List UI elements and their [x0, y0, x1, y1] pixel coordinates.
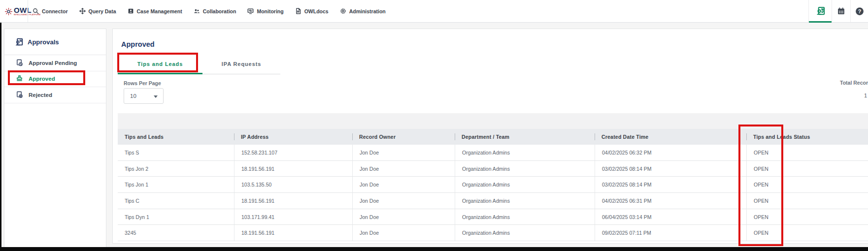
active-tool-underline — [809, 21, 832, 23]
logo-burst-icon — [4, 7, 13, 16]
top-navigation-bar: OWL INTELLIGENCE PLATFORM Connector Quer… — [0, 0, 868, 23]
table-cell: OPEN — [746, 177, 868, 192]
tips-and-leads-table: Tips and LeadsIP AddressRecord OwnerDepa… — [118, 113, 868, 241]
nav-label: Query Data — [89, 8, 116, 14]
page-title: Approved — [121, 40, 155, 48]
table-row[interactable]: 324518.191.56.191Jon DoeOrganization Adm… — [118, 225, 868, 241]
topbar-right-icons: ? — [808, 0, 868, 22]
table-column-header: Tips and Leads — [118, 129, 234, 145]
sidebar-item-rejected[interactable]: Rejected — [4, 87, 106, 103]
table-cell: 04/02/2025 06:31 PM — [595, 193, 746, 209]
table-cell: 18.191.56.191 — [234, 225, 352, 241]
table-cell: Jon Doe — [352, 145, 455, 160]
rows-per-page-value: 10 — [124, 93, 136, 99]
table-cell: 18.191.56.191 — [234, 161, 352, 177]
nav-item-administration[interactable]: Administration — [340, 8, 386, 14]
table-cell: Organization Admins — [455, 161, 595, 177]
calendar-button[interactable] — [832, 0, 850, 22]
approved-panel: Approved Tips and Leads IPA Requests Row… — [112, 29, 868, 244]
nav-label: Case Management — [137, 8, 182, 14]
table-cell: 3245 — [118, 225, 234, 241]
sidebar-header-approvals: Approvals — [4, 29, 106, 55]
table-cell: 03/02/2025 08:14 PM — [595, 177, 746, 192]
nav-item-case-management[interactable]: Case Management — [128, 8, 182, 14]
badge-icon — [128, 8, 134, 14]
nav-item-collaboration[interactable]: Collaboration — [194, 8, 236, 14]
table-cell: Organization Admins — [455, 145, 595, 160]
nav-item-monitoring[interactable]: Monitoring — [247, 8, 283, 14]
table-cell: OPEN — [746, 209, 868, 225]
divider — [28, 0, 28, 22]
table-cell: 09/02/2025 07:11 PM — [595, 225, 746, 241]
table-row[interactable]: Tips S152.58.231.107Jon DoeOrganization … — [118, 145, 868, 161]
monitor-icon — [247, 8, 254, 14]
search-icon — [33, 8, 39, 14]
table-row[interactable]: Tips C18.191.56.191Jon DoeOrganization A… — [118, 193, 868, 209]
table-row[interactable]: Tips Jon 218.191.56.191Jon DoeOrganizati… — [118, 161, 868, 177]
move-icon — [79, 8, 86, 14]
gear-icon — [340, 8, 346, 14]
table-cell: OPEN — [746, 225, 868, 241]
table-cell: OPEN — [746, 193, 868, 209]
nav-item-owldocs[interactable]: OWLdocs — [295, 8, 329, 14]
table-cell: Jon Doe — [352, 209, 455, 225]
table-cell: 06/04/2025 03:14 PM — [595, 209, 746, 225]
help-button[interactable]: ? — [850, 0, 868, 22]
stamp-icon — [16, 75, 24, 83]
sidebar-item-approval-pending[interactable]: Approval Pending — [4, 55, 106, 71]
approvals-icon — [15, 38, 23, 46]
left-edge-bar — [0, 23, 1, 251]
nav-item-query-data[interactable]: Query Data — [79, 8, 116, 14]
table-cell: Tips C — [118, 193, 234, 209]
approvals-toolbar-button[interactable] — [808, 0, 832, 22]
sidebar-item-label: Approved — [29, 76, 55, 82]
table-cell: Tips Jon 2 — [118, 161, 234, 177]
table-header-row: Tips and LeadsIP AddressRecord OwnerDepa… — [118, 129, 868, 145]
table-cell: Jon Doe — [352, 161, 455, 177]
bottom-edge-bar — [0, 247, 868, 251]
sidebar-item-approved[interactable]: Approved — [4, 71, 106, 88]
table-row[interactable]: Tips Jon 1103.5.135.50Jon DoeOrganizatio… — [118, 177, 868, 193]
pending-doc-icon — [16, 59, 24, 67]
help-icon: ? — [855, 7, 864, 16]
document-icon — [295, 8, 301, 14]
table-row[interactable]: Tips Dyn 1103.171.99.41Jon DoeOrganizati… — [118, 209, 868, 225]
table-cell: Tips Dyn 1 — [118, 209, 234, 225]
tab-bar: Tips and Leads IPA Requests — [118, 53, 280, 74]
nav-label: Connector — [42, 8, 68, 14]
table-cell: 04/02/2025 06:32 PM — [595, 145, 746, 160]
main-menu: Connector Query Data Case Management Col… — [33, 0, 386, 22]
nav-label: Administration — [349, 8, 386, 14]
table-cell: 103.5.135.50 — [234, 177, 352, 192]
tab-tips-and-leads[interactable]: Tips and Leads — [118, 53, 202, 74]
table-cell: Jon Doe — [352, 193, 455, 209]
rows-per-page-select[interactable]: 10 — [124, 88, 164, 104]
table-cell: Organization Admins — [455, 193, 595, 209]
rejected-doc-icon — [16, 91, 24, 99]
svg-text:?: ? — [858, 8, 861, 14]
table-column-header: Department / Team — [455, 129, 595, 145]
nav-item-connector[interactable]: Connector — [33, 8, 68, 14]
table-cell: Jon Doe — [352, 177, 455, 192]
sidebar-title: Approvals — [28, 38, 59, 46]
tab-ipa-requests[interactable]: IPA Requests — [202, 53, 280, 74]
people-icon — [194, 8, 200, 14]
table-column-header: Created Date Time — [595, 129, 746, 145]
nav-label: OWLdocs — [304, 8, 329, 14]
approvals-icon — [816, 6, 825, 16]
table-column-header: Tips and Leads Status — [746, 129, 868, 145]
sidebar-item-label: Rejected — [29, 92, 52, 98]
table-cell: OPEN — [746, 145, 868, 160]
nav-label: Monitoring — [257, 8, 283, 14]
table-cell: Organization Admins — [455, 209, 595, 225]
nav-label: Collaboration — [203, 8, 236, 14]
table-cell: 03/02/2025 08:14 PM — [595, 161, 746, 177]
table-cell: OPEN — [746, 161, 868, 177]
table-cell: Organization Admins — [455, 225, 595, 241]
table-cell: 152.58.231.107 — [234, 145, 352, 160]
table-cell: Tips Jon 1 — [118, 177, 234, 192]
sidebar-item-label: Approval Pending — [29, 60, 77, 66]
table-toolbar — [118, 113, 868, 129]
table-body: Tips S152.58.231.107Jon DoeOrganization … — [118, 145, 868, 241]
chevron-down-icon — [154, 95, 158, 98]
